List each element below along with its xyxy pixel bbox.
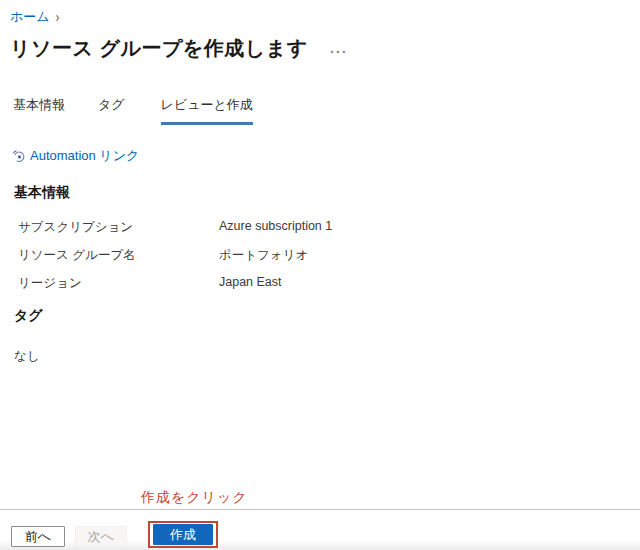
- region-value: Japan East: [219, 275, 282, 292]
- field-row-region: リージョン Japan East: [10, 275, 630, 292]
- breadcrumb: ホーム ›: [10, 8, 630, 26]
- more-options-icon[interactable]: ···: [330, 38, 348, 59]
- next-button[interactable]: 次へ: [75, 526, 127, 547]
- basics-summary-fields: サブスクリプション Azure subscription 1 リソース グループ…: [10, 219, 630, 292]
- breadcrumb-home-link[interactable]: ホーム: [10, 8, 50, 26]
- breadcrumb-chevron-icon: ›: [56, 9, 60, 26]
- automation-link-label: Automation リンク: [30, 147, 139, 165]
- create-button[interactable]: 作成: [153, 524, 213, 545]
- annotation-highlight-box: 作成: [148, 521, 218, 548]
- automation-template-link[interactable]: Automation リンク: [12, 147, 630, 165]
- automation-icon: [12, 149, 26, 163]
- footer-action-bar: 前へ 次へ 作成: [0, 510, 640, 550]
- create-resource-group-page: ホーム › リソース グループを作成します ··· 基本情報 タグ レビューと作…: [0, 0, 640, 365]
- tab-review-and-create[interactable]: レビューと作成: [161, 96, 253, 125]
- resource-group-name-value: ポートフォリオ: [219, 247, 308, 264]
- resource-group-name-label: リソース グループ名: [10, 247, 219, 264]
- tab-bar: 基本情報 タグ レビューと作成: [10, 96, 630, 125]
- field-row-subscription: サブスクリプション Azure subscription 1: [10, 219, 630, 236]
- previous-button[interactable]: 前へ: [11, 526, 65, 547]
- subscription-value: Azure subscription 1: [219, 219, 332, 236]
- basics-section-heading: 基本情報: [14, 184, 630, 202]
- tab-tags[interactable]: タグ: [98, 96, 125, 125]
- field-row-resource-group-name: リソース グループ名 ポートフォリオ: [10, 247, 630, 264]
- tags-empty-value: なし: [14, 348, 630, 365]
- annotation-click-create: 作成をクリック: [141, 489, 248, 507]
- region-label: リージョン: [10, 275, 219, 292]
- tags-section-heading: タグ: [14, 307, 630, 325]
- subscription-label: サブスクリプション: [10, 219, 219, 236]
- tab-basics[interactable]: 基本情報: [13, 96, 65, 125]
- page-title: リソース グループを作成します: [10, 35, 308, 62]
